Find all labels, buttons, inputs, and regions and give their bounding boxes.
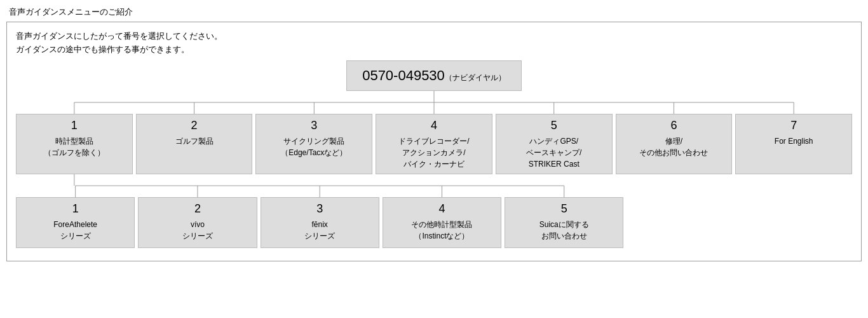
- l2-node-2: 2 vívoシリーズ: [138, 197, 257, 248]
- page-title: 音声ガイダンスメニューのご紹介: [6, 6, 862, 18]
- phone-box: 0570-049530（ナビダイヤル）: [346, 60, 522, 91]
- l2-number-1: 1: [72, 202, 79, 216]
- l1-label-6: 修理/その他お問い合わせ: [639, 135, 708, 158]
- l2-label-5: Suicaに関するお問い合わせ: [539, 219, 589, 242]
- l1-number-5: 5: [551, 118, 557, 133]
- l2-number-2: 2: [194, 202, 201, 216]
- l2-node-4: 4 その他時計型製品（Instinctなど）: [383, 197, 501, 248]
- l2-node-5: 5 Suicaに関するお問い合わせ: [505, 197, 623, 248]
- l2-label-1: ForeAtheleteシリーズ: [53, 219, 97, 242]
- l1-label-4: ドライブレコーダー/アクションカメラ/バイク・カーナビ: [398, 135, 469, 170]
- l1-label-5: ハンディGPS/ベースキャンプ/STRIKER Cast: [526, 135, 581, 170]
- intro-text: 音声ガイダンスにしたがって番号を選択してください。 ガイダンスの途中でも操作する…: [16, 30, 852, 57]
- l1-node-7: 7 For English: [735, 114, 852, 174]
- l1-node-2: 2 ゴルフ製品: [136, 114, 253, 174]
- l1-number-7: 7: [790, 118, 797, 133]
- phone-number: 0570-049530: [362, 67, 445, 83]
- outer-box: 音声ガイダンスにしたがって番号を選択してください。 ガイダンスの途中でも操作する…: [6, 22, 862, 261]
- connector-top-svg: [16, 91, 852, 114]
- l1-number-3: 3: [311, 118, 317, 133]
- l1-label-7: For English: [775, 135, 813, 147]
- l1-node-3: 3 サイクリング製品（Edge/Tacxなど）: [255, 114, 372, 174]
- l2-number-3: 3: [316, 202, 323, 216]
- phone-suffix: （ナビダイヤル）: [445, 73, 506, 82]
- l1-node-6: 6 修理/その他お問い合わせ: [616, 114, 733, 174]
- l1-number-1: 1: [71, 118, 78, 133]
- connector-bottom-svg: [16, 174, 852, 197]
- l2-number-4: 4: [438, 202, 445, 216]
- l1-number-2: 2: [191, 118, 198, 133]
- l1-node-5: 5 ハンディGPS/ベースキャンプ/STRIKER Cast: [496, 114, 613, 174]
- l2-label-4: その他時計型製品（Instinctなど）: [411, 219, 472, 242]
- l2-node-3: 3 fēnixシリーズ: [261, 197, 379, 248]
- row-phone: 0570-049530（ナビダイヤル）: [16, 60, 852, 91]
- l2-node-1: 1 ForeAtheleteシリーズ: [16, 197, 135, 248]
- l1-node-1: 1 時計型製品（ゴルフを除く）: [16, 114, 133, 174]
- l1-label-3: サイクリング製品（Edge/Tacxなど）: [281, 135, 347, 158]
- l1-node-4: 4 ドライブレコーダー/アクションカメラ/バイク・カーナビ: [376, 114, 492, 174]
- l1-number-6: 6: [670, 118, 677, 133]
- l2-label-2: vívoシリーズ: [182, 219, 213, 242]
- tree-wrapper: 0570-049530（ナビダイヤル） 1 時計型製品（ゴルフを除く） 2 ゴル…: [16, 60, 852, 248]
- level1-row: 1 時計型製品（ゴルフを除く） 2 ゴルフ製品 3 サイクリング製品（Edge/…: [16, 114, 852, 174]
- l2-number-5: 5: [561, 202, 567, 216]
- l1-label-1: 時計型製品（ゴルフを除く）: [44, 135, 105, 158]
- l1-number-4: 4: [431, 118, 437, 133]
- l2-label-3: fēnixシリーズ: [304, 219, 335, 242]
- l1-label-2: ゴルフ製品: [175, 135, 214, 147]
- l2-spacer: [627, 197, 852, 248]
- level2-row: 1 ForeAtheleteシリーズ 2 vívoシリーズ 3 fēnixシリー…: [16, 197, 852, 248]
